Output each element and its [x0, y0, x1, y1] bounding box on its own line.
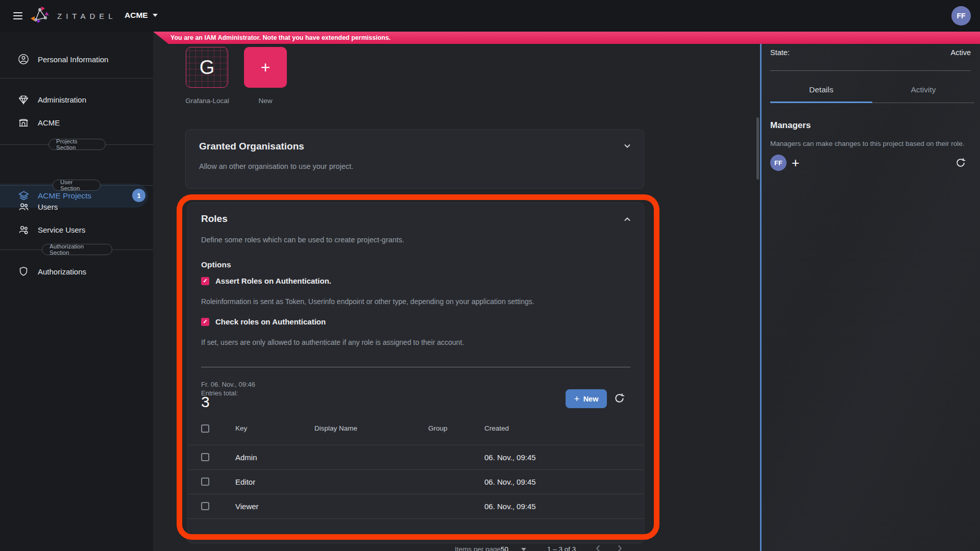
app-root: ZITADEL ACME FF You are an IAM Administr…: [0, 0, 980, 551]
org-switcher[interactable]: ACME: [125, 11, 158, 20]
banner-text: You are an IAM Administrator. Note that …: [170, 34, 390, 41]
refresh-icon[interactable]: [955, 157, 966, 168]
table-row[interactable]: Editor 06. Nov., 09:45: [188, 469, 644, 494]
tab-details[interactable]: Details: [770, 85, 872, 94]
table-bottom-divider: [188, 518, 644, 519]
row-checkbox[interactable]: [201, 478, 209, 486]
section-user: User Section: [0, 180, 153, 191]
plus-icon: +: [261, 59, 271, 76]
sidebar-item-administration[interactable]: Administration: [0, 88, 153, 111]
detail-panel: State: Active Details Activity Managers …: [760, 32, 980, 551]
page-range: 1 – 3 of 3: [547, 545, 576, 551]
section-authorization: Authorization Section: [0, 244, 153, 255]
chevron-down-icon[interactable]: [521, 548, 526, 551]
sidebar-item-personal-information[interactable]: Personal Information: [0, 47, 153, 71]
arch-building-icon: [17, 116, 30, 129]
cell-created: 06. Nov., 09:45: [484, 453, 536, 462]
option-description: If set, users are only allowed to authen…: [201, 338, 464, 346]
cell-created: 06. Nov., 09:45: [484, 478, 536, 486]
items-per-page-value[interactable]: 50: [501, 545, 508, 551]
section-pill: Projects Section: [48, 139, 106, 150]
paginator: Items per page: 50 1 – 3 of 3: [188, 541, 644, 551]
cell-created: 06. Nov., 09:45: [484, 502, 536, 511]
granted-organisations-card: Granted Organisations Allow an other org…: [185, 129, 644, 189]
sidebar-item-label: Service Users: [38, 226, 85, 234]
project-tile-name: Grafana-Local: [165, 97, 249, 105]
card-description: Define some roles which can be used to c…: [201, 236, 404, 244]
table-header-row: Key Display Name Group Created: [188, 420, 644, 438]
previous-page-icon[interactable]: [594, 544, 603, 551]
column-header: Key: [235, 424, 247, 432]
active-tab-underline: [770, 102, 872, 103]
new-role-button-label: New: [583, 395, 599, 403]
refresh-icon[interactable]: [614, 392, 625, 404]
sidebar-item-users[interactable]: Users: [0, 195, 153, 218]
column-header: Group: [428, 424, 448, 432]
sidebar-item-label: ACME: [38, 118, 60, 127]
managers-title: Managers: [770, 120, 811, 131]
chevron-up-icon[interactable]: [623, 215, 631, 223]
card-title: Roles: [201, 213, 228, 224]
option-assert-roles: ✓ Assert Roles on Authentication.: [201, 277, 331, 285]
sidebar: Personal Information Administration ACME…: [0, 32, 153, 551]
add-manager-icon[interactable]: +: [792, 156, 799, 170]
section-pill: User Section: [53, 180, 101, 191]
column-header: Created: [484, 424, 509, 432]
new-role-button[interactable]: + New: [566, 389, 607, 408]
chevron-down-icon: [153, 14, 158, 17]
select-all-checkbox[interactable]: [201, 424, 209, 433]
option-label: Check roles on Authentication: [215, 317, 326, 326]
new-tile-label: New: [244, 97, 287, 105]
sidebar-item-acme-org[interactable]: ACME: [0, 111, 153, 134]
managers-description: Managers can make changes to this projec…: [770, 140, 964, 147]
option-check-roles: ✓ Check roles on Authentication: [201, 317, 326, 326]
option-description: Roleinformation is sent as Token, Userin…: [201, 297, 534, 306]
brand-wordmark: ZITADEL: [57, 12, 117, 20]
user-avatar[interactable]: FF: [951, 6, 971, 26]
column-header: Display Name: [314, 424, 357, 432]
state-value: Active: [951, 48, 971, 57]
table-row[interactable]: Viewer 06. Nov., 09:45: [188, 494, 644, 518]
card-title: Granted Organisations: [199, 141, 304, 152]
table-row[interactable]: Admin 06. Nov., 09:45: [188, 445, 644, 469]
sidebar-item-label: Personal Information: [38, 55, 108, 64]
chevron-down-icon[interactable]: [623, 142, 631, 150]
row-checkbox[interactable]: [201, 502, 209, 510]
option-label: Assert Roles on Authentication.: [215, 277, 331, 285]
diamond-icon: [17, 93, 30, 106]
section-projects: Projects Section: [0, 139, 153, 150]
shield-icon: [17, 265, 30, 278]
row-checkbox[interactable]: [201, 453, 209, 461]
roles-card: Roles Define some roles which can be use…: [187, 203, 644, 543]
scrollbar-thumb[interactable]: [756, 117, 759, 180]
org-name: ACME: [125, 11, 148, 20]
service-users-icon: [17, 223, 30, 236]
options-title: Options: [201, 260, 231, 269]
state-label: State:: [770, 48, 790, 57]
sidebar-item-label: Users: [38, 203, 58, 211]
state-row: State: Active: [770, 48, 971, 57]
sidebar-item-service-users[interactable]: Service Users: [0, 218, 153, 241]
card-description: Allow an other organisation to use your …: [199, 162, 353, 170]
sidebar-item-label: Authorizations: [38, 267, 86, 276]
manager-avatar[interactable]: FF: [770, 155, 787, 171]
menu-icon[interactable]: [13, 12, 22, 19]
users-icon: [17, 201, 30, 213]
top-bar: ZITADEL ACME FF: [0, 0, 980, 32]
sidebar-item-label: Administration: [38, 95, 86, 104]
sidebar-divider: [0, 78, 153, 79]
iam-admin-banner: You are an IAM Administrator. Note that …: [153, 32, 980, 44]
cell-key: Editor: [235, 478, 255, 486]
project-initial: G: [200, 57, 215, 79]
plus-icon: +: [574, 394, 580, 404]
checkbox-checked-icon[interactable]: ✓: [201, 318, 209, 326]
tab-activity[interactable]: Activity: [872, 85, 974, 94]
checkbox-checked-icon[interactable]: ✓: [201, 277, 209, 285]
sidebar-item-authorizations[interactable]: Authorizations: [0, 260, 153, 283]
next-page-icon[interactable]: [615, 544, 624, 551]
new-project-tile[interactable]: +: [244, 47, 287, 88]
divider: [770, 70, 971, 71]
person-circle-icon: [17, 53, 30, 65]
cell-key: Viewer: [235, 502, 259, 511]
project-tile-grafana[interactable]: G: [186, 47, 228, 88]
